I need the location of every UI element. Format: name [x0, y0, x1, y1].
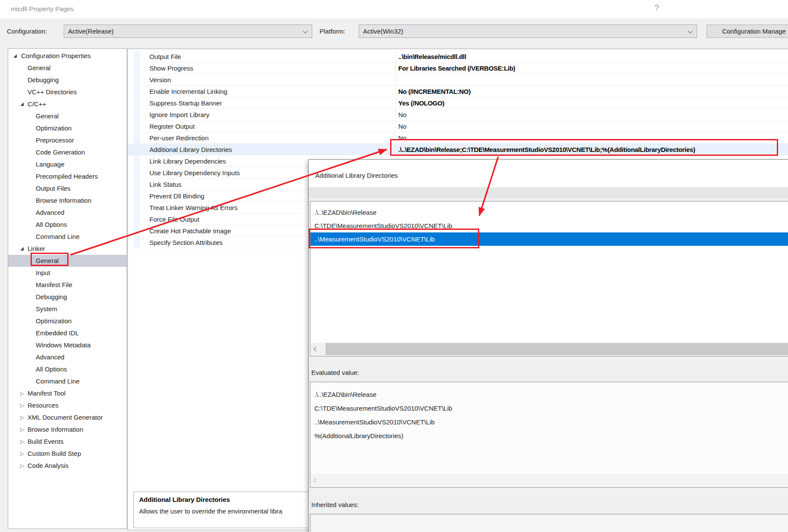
additional-library-directories-dialog: Additional Library Directories .\..\EZAD… [308, 159, 788, 532]
property-row-enable-incremental-linking[interactable]: Enable Incremental LinkingNo (/INCREMENT… [128, 86, 788, 97]
tree-item-command-line[interactable]: Command Line [8, 231, 127, 243]
tree-item-code-analysis[interactable]: ▷Code Analysis [8, 460, 127, 472]
evaluated-value-line: ..\MeasurementStudioVS2010\VCNET\Lib [314, 415, 452, 429]
configuration-manager-button[interactable]: Configuration Manage [707, 25, 788, 38]
scroll-left-button[interactable] [311, 474, 320, 487]
expanded-arrow-icon[interactable] [20, 247, 24, 251]
collapsed-arrow-icon[interactable]: ▷ [20, 387, 24, 399]
platform-dropdown[interactable]: Active(Win32) [359, 25, 697, 38]
evaluated-value-box[interactable]: .\..\EZAD\bin\ReleaseC:\TDE\MeasurementS… [310, 382, 788, 488]
tree-item-optimization[interactable]: Optimization [8, 315, 127, 327]
property-row-ignore-import-library[interactable]: Ignore Import LibraryNo [128, 109, 788, 121]
window-title: micdll Property Pages [11, 5, 74, 12]
property-value[interactable]: No [398, 132, 406, 144]
property-row-additional-library-directories[interactable]: Additional Library Directories.\..\EZAD\… [128, 144, 788, 155]
tree-item-resources[interactable]: ▷Resources [8, 399, 127, 411]
expanded-arrow-icon[interactable] [20, 102, 24, 106]
tree-item-browse-information[interactable]: Browse Information [8, 195, 127, 207]
property-value[interactable]: .\..\EZAD\bin\Release;C:\TDE\Measurement… [398, 144, 695, 155]
tree-item-linker[interactable]: Linker [8, 243, 127, 255]
tree-item-label: C/C++ [28, 98, 46, 110]
tree-item-language[interactable]: Language [8, 158, 127, 170]
tree-item-code-generation[interactable]: Code Generation [8, 146, 127, 158]
chevron-left-icon [313, 346, 318, 351]
tree-item-system[interactable]: System [8, 303, 127, 315]
configuration-dropdown[interactable]: Active(Release) [64, 25, 312, 38]
tree-item-label: System [36, 303, 57, 315]
property-name: Use Library Dependency Inputs [149, 167, 240, 179]
tree-item-all-options[interactable]: All Options [8, 219, 127, 231]
property-row-output-file[interactable]: Output File..\bin\Release/micdll.dll [128, 51, 788, 62]
collapsed-arrow-icon[interactable]: ▷ [20, 411, 24, 424]
configuration-label: Configuration: [7, 28, 47, 35]
tree-item-advanced[interactable]: Advanced [8, 207, 127, 219]
property-row-suppress-startup-banner[interactable]: Suppress Startup BannerYes (/NOLOGO) [128, 97, 788, 109]
property-name: Suppress Startup Banner [149, 97, 222, 109]
property-value[interactable]: ..\bin\Release/micdll.dll [398, 51, 466, 62]
tree-item-xml-document-generator[interactable]: ▷XML Document Generator [8, 411, 127, 424]
tree-item-label: All Options [36, 363, 67, 375]
property-name: Link Library Dependencies [149, 155, 226, 167]
tree-item-debugging[interactable]: Debugging [8, 74, 127, 86]
collapsed-arrow-icon[interactable]: ▷ [20, 424, 24, 436]
tree-item-general[interactable]: General [8, 62, 127, 74]
tree-item-precompiled-headers[interactable]: Precompiled Headers [8, 170, 127, 182]
evaluated-value-hscrollbar[interactable] [311, 474, 788, 487]
property-value[interactable]: No [398, 121, 406, 132]
tree-item-preprocessor[interactable]: Preprocessor [8, 134, 127, 146]
property-value[interactable]: For Libraries Searched (/VERBOSE:Lib) [398, 62, 515, 74]
tree-item-browse-information[interactable]: ▷Browse Information [8, 424, 127, 436]
collapsed-arrow-icon[interactable]: ▷ [20, 399, 24, 411]
tree-item-vc-directories[interactable]: VC++ Directories [8, 86, 127, 98]
tree-item-command-line[interactable]: Command Line [8, 375, 127, 387]
collapsed-arrow-icon[interactable]: ▷ [20, 448, 24, 460]
property-row-per-user-redirection[interactable]: Per-user RedirectionNo [128, 132, 788, 144]
property-row-show-progress[interactable]: Show ProgressFor Libraries Searched (/VE… [128, 62, 788, 74]
help-icon[interactable]: ? [651, 3, 662, 13]
directories-list-hscrollbar[interactable] [311, 343, 788, 356]
tree-item-all-options[interactable]: All Options [8, 363, 127, 375]
tree-item-configuration-properties[interactable]: Configuration Properties [8, 50, 127, 62]
tree-item-custom-build-step[interactable]: ▷Custom Build Step [8, 448, 127, 460]
tree-item-embedded-idl[interactable]: Embedded IDL [8, 327, 127, 339]
tree-item-input[interactable]: Input [8, 267, 127, 279]
tree-item-advanced[interactable]: Advanced [8, 351, 127, 363]
collapsed-arrow-icon[interactable]: ▷ [20, 436, 24, 448]
directory-list-item[interactable]: ..\MeasurementStudioVS2010\VCNET\Lib [310, 232, 788, 246]
tree-item-label: Command Line [36, 375, 80, 387]
inherited-values-box[interactable] [310, 514, 788, 532]
tree-item-output-files[interactable]: Output Files [8, 182, 127, 195]
tree-item-label: Optimization [36, 315, 71, 327]
property-value[interactable]: No [398, 109, 406, 121]
property-value[interactable]: Yes (/NOLOGO) [398, 97, 444, 109]
property-name: Create Hot Patchable Image [149, 225, 231, 237]
tree-item-label: Code Analysis [28, 460, 68, 472]
scrollbar-thumb[interactable] [326, 343, 788, 355]
tree-item-windows-metadata[interactable]: Windows Metadata [8, 339, 127, 351]
property-name: Show Progress [149, 62, 193, 74]
property-name: Specify Section Attributes [149, 237, 223, 248]
micdll-property-pages-window: { "window": { "title": "micdll Property … [0, 0, 788, 532]
tree-item-optimization[interactable]: Optimization [8, 122, 127, 134]
tree-item-build-events[interactable]: ▷Build Events [8, 436, 127, 448]
tree-item-label: General [28, 62, 50, 74]
tree-item-label: Embedded IDL [36, 327, 79, 339]
tree-item-debugging[interactable]: Debugging [8, 291, 127, 303]
property-description-text: Allows the user to override the environm… [139, 507, 282, 515]
tree-item-manifest-file[interactable]: Manifest File [8, 279, 127, 291]
collapsed-arrow-icon[interactable]: ▷ [20, 460, 24, 472]
directory-list-item[interactable]: C:\TDE\MeasurementStudioVS2010\VCNET\Lib [310, 219, 788, 232]
property-row-version[interactable]: Version [128, 74, 788, 86]
property-value[interactable]: No (/INCREMENTAL:NO) [398, 86, 471, 97]
property-row-register-output[interactable]: Register OutputNo [128, 121, 788, 132]
tree-item-c-c-[interactable]: C/C++ [8, 98, 127, 110]
tree-item-general[interactable]: General [8, 255, 127, 267]
directory-list-item[interactable]: .\..\EZAD\bin\Release [310, 206, 788, 219]
expanded-arrow-icon[interactable] [13, 54, 17, 58]
tree-item-label: Debugging [28, 74, 59, 86]
platform-label: Platform: [320, 28, 345, 35]
scroll-left-button[interactable] [311, 343, 320, 356]
tree-item-label: XML Document Generator [28, 411, 103, 424]
tree-item-general[interactable]: General [8, 110, 127, 122]
tree-item-manifest-tool[interactable]: ▷Manifest Tool [8, 387, 127, 399]
